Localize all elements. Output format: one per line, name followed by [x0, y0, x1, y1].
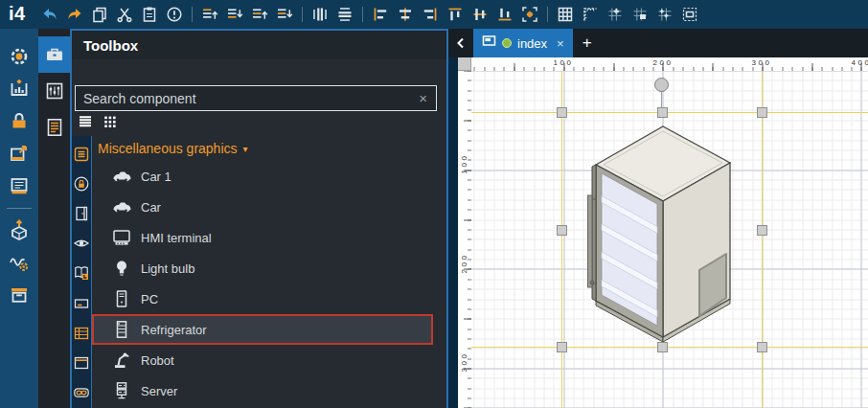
table-category-icon[interactable]: [72, 318, 92, 348]
refrigerator-icon: [111, 320, 132, 339]
copy-icon[interactable]: [87, 1, 112, 28]
tab-index[interactable]: index ×: [473, 29, 573, 57]
component-label: PC: [141, 292, 158, 306]
component-row-robot[interactable]: Robot: [92, 345, 433, 375]
component-row-light-bulb[interactable]: Light bulb: [92, 253, 433, 283]
redo-icon[interactable]: [62, 1, 87, 28]
search-box: ×: [75, 85, 437, 111]
link-category-icon[interactable]: [72, 378, 92, 408]
security-category-icon[interactable]: [72, 169, 92, 198]
component-row-refrigerator[interactable]: Refrigerator: [92, 314, 433, 345]
toolbox-panel: Toolbox × Miscellaneous graphics ▾ Car 1…: [72, 29, 446, 408]
distribute-horizontal-icon[interactable]: [308, 1, 332, 28]
pages-tab-icon[interactable]: [38, 109, 70, 146]
light-bulb-icon: [111, 259, 132, 278]
component-label: Robot: [141, 353, 174, 368]
toolbar-separator: [547, 7, 548, 22]
new-tab-button[interactable]: +: [573, 29, 602, 57]
library-category-icon[interactable]: [72, 259, 92, 288]
align-center-icon[interactable]: [393, 1, 418, 28]
h-ruler-label: 100: [554, 58, 574, 67]
signals-icon[interactable]: [0, 246, 38, 279]
snap-to-grid-icon[interactable]: [603, 1, 628, 28]
door-category-icon[interactable]: [72, 198, 92, 228]
session-lock-icon[interactable]: [0, 105, 38, 138]
component-rows: Car 1CarHMI terminalLight bulbPCRefriger…: [92, 161, 446, 406]
canvas-grid[interactable]: [471, 71, 868, 408]
measurements-icon[interactable]: [0, 73, 38, 105]
input-category-icon[interactable]: [72, 288, 92, 318]
vertical-ruler: 100200300: [458, 71, 471, 408]
h-ruler-label: 400: [852, 58, 868, 67]
show-rulers-icon[interactable]: [578, 1, 603, 28]
component-row-server[interactable]: Server: [92, 375, 433, 406]
toolbox-title: Toolbox: [83, 37, 138, 54]
selection-handle[interactable]: [657, 107, 668, 118]
component-row-hmi-terminal[interactable]: HMI terminal: [92, 222, 433, 253]
bring-to-front-icon[interactable]: [247, 1, 272, 28]
send-to-back-icon[interactable]: [272, 1, 297, 28]
selection-handle[interactable]: [757, 107, 767, 118]
show-grid-icon[interactable]: [553, 1, 578, 28]
archive-icon[interactable]: [0, 279, 38, 311]
cut-icon[interactable]: [112, 1, 137, 28]
component-row-car-1[interactable]: Car 1: [92, 161, 433, 192]
component-label: Light bulb: [141, 261, 194, 276]
bring-forward-icon[interactable]: [197, 1, 222, 28]
forms-icon[interactable]: [0, 170, 38, 203]
category-group-header[interactable]: Miscellaneous graphics ▾: [92, 136, 446, 161]
search-input[interactable]: [76, 91, 410, 106]
fit-selection-icon[interactable]: [677, 1, 702, 28]
send-backward-icon[interactable]: [222, 1, 247, 28]
align-middle-icon[interactable]: [468, 1, 492, 28]
v-ruler-label: 300: [460, 363, 468, 373]
rotation-handle[interactable]: [654, 78, 669, 92]
misc-graphics-category-icon[interactable]: [72, 139, 92, 169]
toolbox-tab-icon[interactable]: [38, 36, 70, 73]
align-right-icon[interactable]: [418, 1, 443, 28]
car-icon: [111, 197, 132, 216]
undo-icon[interactable]: [37, 1, 62, 28]
top-toolbar: i4: [0, 0, 868, 29]
selection-handle[interactable]: [557, 225, 567, 236]
list-view-icon[interactable]: [76, 113, 95, 130]
selection-handle[interactable]: [657, 342, 668, 352]
tab-scroll-left-button[interactable]: [448, 29, 473, 57]
package-icon[interactable]: [0, 214, 38, 246]
align-left-icon[interactable]: [368, 1, 393, 28]
paste-icon[interactable]: [137, 1, 162, 28]
snap-to-objects-icon[interactable]: [628, 1, 652, 28]
search-clear-icon[interactable]: ×: [410, 90, 436, 106]
design-surface: 100200300400 100200300: [448, 57, 868, 408]
refrigerator-canvas-object[interactable]: [558, 109, 749, 358]
v-ruler-label: 100: [460, 165, 468, 174]
grid-view-icon[interactable]: [101, 113, 120, 130]
component-row-car[interactable]: Car: [92, 192, 433, 222]
panel-category-icon[interactable]: [72, 349, 92, 378]
status-dot: [502, 38, 512, 48]
selection-handle[interactable]: [557, 107, 567, 118]
component-row-pc[interactable]: PC: [92, 283, 433, 314]
selection-guide-right: [762, 71, 763, 408]
pc-icon: [111, 289, 132, 308]
errors-icon[interactable]: [162, 1, 187, 28]
selection-handle[interactable]: [557, 342, 567, 352]
main-sidebar: [0, 29, 38, 408]
selection-handle[interactable]: [757, 342, 767, 352]
visibility-category-icon[interactable]: [72, 229, 92, 259]
server-icon: [111, 381, 132, 400]
toolbar-separator: [192, 7, 193, 22]
toolbar-icon-group: [37, 1, 702, 28]
publish-icon[interactable]: [0, 138, 38, 170]
selection-handle[interactable]: [757, 225, 767, 236]
controls-tab-icon[interactable]: [38, 73, 70, 109]
snap-to-points-icon[interactable]: [652, 1, 677, 28]
h-ruler-label: 200: [653, 58, 674, 67]
settings-gear-icon[interactable]: [0, 40, 38, 73]
align-top-icon[interactable]: [443, 1, 468, 28]
close-icon[interactable]: ×: [553, 36, 564, 51]
align-bottom-icon[interactable]: [492, 1, 517, 28]
center-view-icon[interactable]: [517, 1, 542, 28]
distribute-vertical-icon[interactable]: [332, 1, 357, 28]
sidebar-divider: [7, 208, 32, 209]
